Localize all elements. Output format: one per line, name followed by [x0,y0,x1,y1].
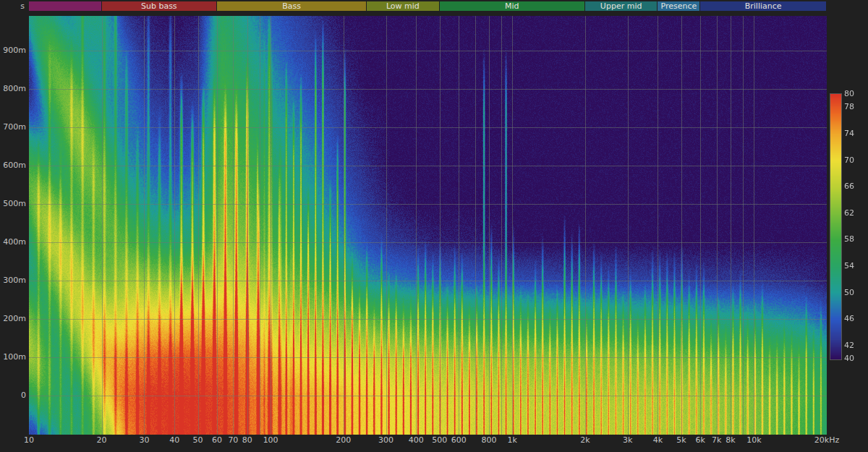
frequency-tick-label: 300 [378,436,393,445]
spectrogram-canvas[interactable] [29,16,827,435]
time-tick-label: 300m [0,276,26,285]
band-label: Low mid [386,1,420,11]
band-segment: Low mid [367,1,439,11]
band-segment: Brilliance [700,1,826,11]
band-label: Mid [505,1,519,11]
band-segment [29,1,101,11]
frequency-tick-label: 500 [432,436,447,445]
colorbar-tick-label: 50 [844,289,854,297]
colorbar-tick-label: 58 [844,235,854,244]
frequency-tick-label: 80 [242,436,252,445]
colorbar-tick-label: 46 [844,315,854,323]
time-tick-label: 800m [0,85,26,93]
band-segment: Presence [658,1,699,11]
colorbar-tick-label: 62 [844,209,854,218]
frequency-tick-label: 5k [676,436,686,445]
colorbar-tick-label: 78 [844,103,854,111]
time-tick-label: 100m [0,353,26,362]
frequency-tick-label: 20 [97,436,107,445]
colorbar-tick-label: 74 [844,129,854,138]
band-segment: Sub bass [102,1,216,11]
frequency-tick-label: 3k [623,436,632,445]
colorbar-tick-label: 70 [844,156,854,165]
band-label: Upper mid [600,1,642,11]
frequency-tick-label: 50 [193,436,203,445]
spectrogram-app-window: s Sub bassBassLow midMidUpper midPresenc… [0,0,868,452]
frequency-tick-label: 20kHz [814,436,839,445]
frequency-tick-label: 2k [580,436,590,445]
colorbar-tick-label: 66 [844,182,854,191]
band-segment: Upper mid [585,1,658,11]
colorbar-gradient [830,94,841,359]
time-tick-label: 500m [0,200,26,208]
band-segment: Mid [440,1,584,11]
frequency-tick-label: 400 [409,436,424,445]
frequency-tick-label: 800 [481,436,496,445]
colorbar-tick-label: 40 [844,354,854,363]
frequency-tick-label: 10 [24,436,34,445]
band-label: Brilliance [745,1,782,11]
time-tick-label: 0 [0,391,26,400]
frequency-tick-label: 60 [212,436,222,445]
frequency-tick-label: 600 [451,436,467,445]
frequency-band-strip: Sub bassBassLow midMidUpper midPresenceB… [0,0,868,12]
frequency-tick-label: 7k [712,436,721,445]
frequency-tick-label: 40 [169,436,179,445]
frequency-tick-label: 70 [228,436,238,445]
time-tick-label: 200m [0,315,26,323]
band-label: Bass [282,1,301,11]
band-segment: Bass [217,1,366,11]
time-tick-label: 600m [0,161,26,170]
frequency-tick-label: 8k [726,436,735,445]
frequency-tick-label: 100 [263,436,278,445]
frequency-tick-label: 10k [746,436,761,445]
time-tick-label: 900m [0,46,26,55]
time-tick-label: 400m [0,238,26,247]
frequency-tick-label: 6k [696,436,705,445]
band-label: Sub bass [141,1,177,11]
frequency-tick-label: 4k [653,436,663,445]
colorbar-tick-label: 80 [844,90,854,98]
colorbar-tick-label: 42 [844,341,854,350]
colorbar-tick-label: 54 [844,262,854,270]
frequency-tick-label: 200 [336,436,351,445]
time-tick-label: 700m [0,123,26,132]
band-label: Presence [660,1,697,11]
frequency-tick-label: 1k [508,436,517,445]
frequency-tick-label: 30 [139,436,149,445]
